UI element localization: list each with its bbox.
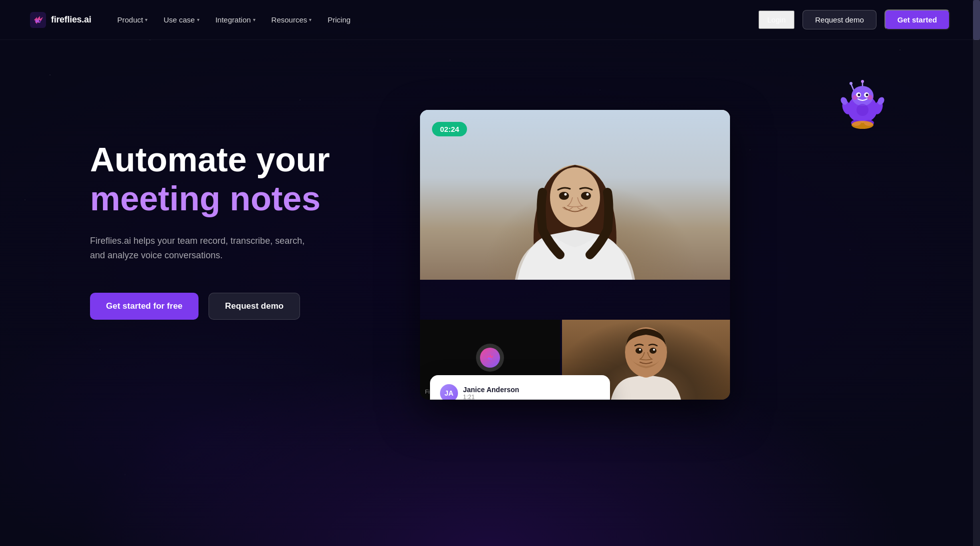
- nav-integration-label: Integration: [216, 15, 251, 24]
- hero-title-line2: meeting notes: [90, 179, 380, 218]
- timer-badge: 02:24: [432, 122, 467, 136]
- logo-text: fireflies.ai: [51, 14, 91, 25]
- navbar: fireflies.ai Product ▾ Use case ▾ Integr…: [0, 0, 980, 40]
- svg-point-10: [866, 94, 868, 96]
- chat-timestamp: 1:21: [463, 394, 519, 400]
- logo-icon: [30, 12, 46, 28]
- svg-point-11: [852, 95, 858, 100]
- nav-item-integration[interactable]: Integration ▾: [210, 11, 262, 28]
- hero-title-line1: Automate your: [90, 140, 380, 179]
- svg-point-4: [861, 80, 864, 83]
- request-demo-hero-button[interactable]: Request demo: [208, 293, 300, 320]
- video-main: 02:24: [420, 110, 730, 280]
- svg-point-17: [856, 104, 868, 116]
- svg-point-32: [650, 348, 656, 354]
- nav-left: fireflies.ai Product ▾ Use case ▾ Integr…: [30, 11, 356, 28]
- hero-subtitle: Fireflies.ai helps your team record, tra…: [90, 234, 320, 263]
- svg-point-34: [653, 349, 655, 351]
- bot-icon-circle: [476, 344, 504, 372]
- robot-mascot: [835, 80, 890, 135]
- svg-line-1: [851, 84, 854, 91]
- nav-item-usecase[interactable]: Use case ▾: [158, 11, 206, 28]
- svg-point-20: [852, 121, 874, 129]
- nav-pricing-label: Pricing: [328, 15, 350, 24]
- hero-left: Automate your meeting notes Fireflies.ai…: [90, 80, 380, 320]
- chevron-down-icon: ▾: [197, 17, 200, 22]
- svg-point-28: [586, 193, 589, 196]
- chat-user-name: Janice Anderson: [463, 386, 519, 394]
- chevron-down-icon: ▾: [253, 17, 256, 22]
- svg-point-2: [850, 82, 852, 85]
- nav-links: Product ▾ Use case ▾ Integration ▾ Resou…: [111, 11, 356, 28]
- svg-point-24: [550, 167, 600, 227]
- svg-point-33: [639, 349, 641, 351]
- nav-item-pricing[interactable]: Pricing: [322, 11, 356, 28]
- nav-item-resources[interactable]: Resources ▾: [266, 11, 318, 28]
- video-container: 02:24 JA Janice Anderson 1:21 I'll send …: [420, 110, 730, 400]
- svg-point-9: [858, 94, 860, 96]
- hero-buttons: Get started for free Request demo: [90, 293, 380, 320]
- hero-title: Automate your meeting notes: [90, 140, 380, 218]
- nav-product-label: Product: [117, 15, 143, 24]
- chat-user-info: Janice Anderson 1:21: [463, 386, 519, 400]
- chat-bubble: JA Janice Anderson 1:21 I'll send out th…: [430, 375, 610, 400]
- svg-point-12: [868, 95, 872, 100]
- svg-point-25: [559, 192, 569, 200]
- svg-point-27: [564, 193, 567, 196]
- chat-header: JA Janice Anderson 1:21: [440, 384, 600, 400]
- get-started-nav-button[interactable]: Get started: [884, 9, 950, 30]
- hero-section: Automate your meeting notes Fireflies.ai…: [0, 40, 980, 490]
- svg-point-31: [636, 348, 642, 354]
- chevron-down-icon: ▾: [309, 17, 312, 22]
- svg-point-26: [581, 192, 591, 200]
- get-started-free-button[interactable]: Get started for free: [90, 293, 198, 320]
- chevron-down-icon: ▾: [145, 17, 148, 22]
- chat-avatar: JA: [440, 384, 458, 400]
- hero-right: 02:24 JA Janice Anderson 1:21 I'll send …: [420, 80, 920, 400]
- bot-icon-inner: [480, 348, 500, 368]
- nav-right: Login Request demo Get started: [758, 9, 950, 30]
- logo[interactable]: fireflies.ai: [30, 12, 91, 28]
- nav-item-product[interactable]: Product ▾: [111, 11, 154, 28]
- nav-resources-label: Resources: [272, 15, 308, 24]
- login-button[interactable]: Login: [758, 10, 795, 29]
- request-demo-nav-button[interactable]: Request demo: [802, 10, 876, 29]
- nav-usecase-label: Use case: [164, 15, 195, 24]
